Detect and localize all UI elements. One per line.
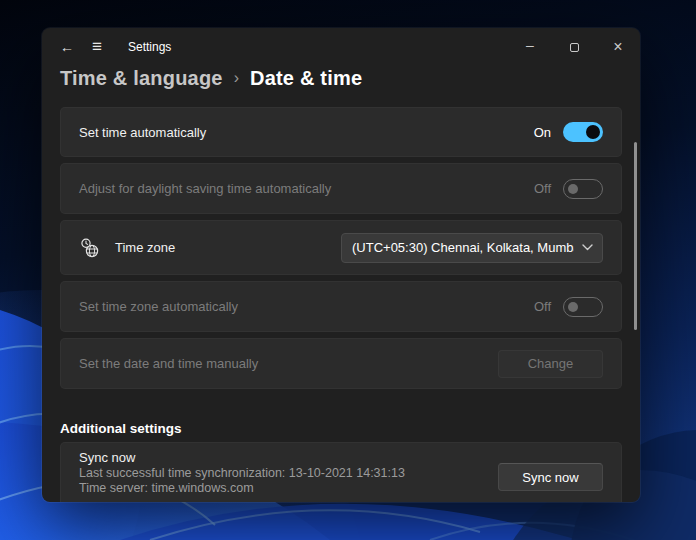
toggle-state-label: Off — [534, 299, 551, 314]
settings-window: ← ≡ Settings – × Time & language › Date … — [42, 28, 640, 502]
maximize-icon — [570, 43, 579, 52]
breadcrumb-parent[interactable]: Time & language — [60, 67, 223, 90]
time-zone-globe-clock-icon — [79, 237, 101, 259]
minimize-icon: – — [526, 37, 534, 53]
daylight-saving-toggle — [563, 179, 603, 199]
close-icon: × — [613, 38, 622, 56]
toggle-knob — [568, 302, 578, 312]
sync-now-card: Sync now Last successful time synchroniz… — [60, 442, 622, 502]
desktop: ← ≡ Settings – × Time & language › Date … — [0, 0, 696, 540]
breadcrumb: Time & language › Date & time — [42, 66, 640, 90]
minimize-button[interactable]: – — [508, 28, 552, 66]
titlebar: ← ≡ Settings – × — [42, 28, 640, 66]
sync-now-button[interactable]: Sync now — [498, 463, 603, 491]
page-title: Date & time — [250, 67, 362, 90]
section-heading: Additional settings — [60, 421, 622, 436]
setting-label: Time zone — [115, 240, 175, 255]
toggle-knob — [586, 125, 600, 139]
toggle-state-label: On — [534, 125, 551, 140]
time-zone-selected-value: (UTC+05:30) Chennai, Kolkata, Mumbai, Ne… — [352, 240, 574, 255]
back-arrow-icon: ← — [60, 39, 74, 55]
setting-row-set-time-automatically: Set time automatically On — [60, 107, 622, 157]
setting-row-set-time-zone-automatically: Set time zone automatically Off — [60, 281, 622, 332]
back-button[interactable]: ← — [52, 32, 82, 62]
setting-row-set-date-time-manually: Set the date and time manually Change — [60, 338, 622, 389]
app-title: Settings — [128, 40, 171, 54]
setting-row-time-zone: Time zone (UTC+05:30) Chennai, Kolkata, … — [60, 220, 622, 275]
vertical-scrollbar[interactable] — [634, 142, 637, 330]
settings-content: Set time automatically On Adjust for day… — [42, 107, 640, 502]
setting-label: Set the date and time manually — [79, 356, 258, 371]
maximize-button[interactable] — [552, 28, 596, 66]
hamburger-icon: ≡ — [92, 37, 102, 57]
close-button[interactable]: × — [596, 28, 640, 66]
navigation-menu-button[interactable]: ≡ — [82, 32, 112, 62]
toggle-state-label: Off — [534, 181, 551, 196]
setting-label: Set time automatically — [79, 125, 206, 140]
set-time-automatically-toggle[interactable] — [563, 122, 603, 142]
change-button: Change — [498, 350, 603, 378]
toggle-knob — [568, 184, 578, 194]
setting-row-daylight-saving: Adjust for daylight saving time automati… — [60, 163, 622, 214]
set-time-zone-toggle — [563, 297, 603, 317]
setting-label: Set time zone automatically — [79, 299, 238, 314]
setting-label: Adjust for daylight saving time automati… — [79, 181, 331, 196]
breadcrumb-chevron-icon: › — [234, 69, 239, 87]
chevron-down-icon — [582, 244, 593, 251]
time-zone-dropdown[interactable]: (UTC+05:30) Chennai, Kolkata, Mumbai, Ne… — [341, 233, 603, 263]
